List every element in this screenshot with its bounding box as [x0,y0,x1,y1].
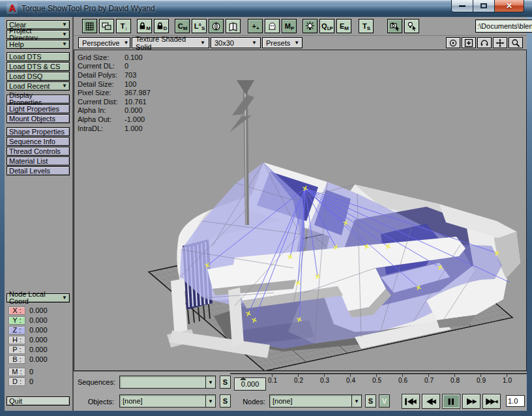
load-recent-dropdown[interactable]: Load Recent▼ [7,82,70,91]
split-screen-button[interactable] [99,19,114,33]
playback-speed-input[interactable] [506,395,525,407]
pause-icon [444,397,458,406]
sequence-info-button[interactable]: Sequence Info [7,137,70,146]
play-forward-button[interactable] [462,394,480,409]
lock-icon [156,22,164,30]
light-lp-button[interactable]: QLP [319,19,334,33]
stat-label: Current DL: [78,62,125,70]
coord-label-d: D : [8,378,25,386]
rotate-icon [480,38,489,48]
collision-mesh-button[interactable]: CM [175,19,190,33]
orbit-tool-button[interactable] [446,37,460,48]
dropdown-arrow-icon: ▼ [62,32,67,37]
timeline-tick: 0.5 [368,377,386,384]
bounds-sphere-button[interactable] [209,19,224,33]
nodes-value: [none] [270,397,351,405]
move-icon [495,38,505,48]
quit-button[interactable]: Quit [7,396,70,406]
titlebar: A Torque ShowTool Pro by David Wyand ✕ [0,0,532,17]
objects-dropdown[interactable]: [none] ▼ [119,394,216,408]
grid-toggle-button[interactable] [82,19,97,33]
go-to-end-button[interactable] [482,394,501,409]
grid-size-dropdown[interactable]: 30x30▼ [211,37,261,48]
pause-button[interactable] [442,394,460,409]
coord-value-x: 0.000 [29,306,48,315]
main-toolbar: T↓ M D CM L°S ++ [74,17,527,36]
ghost-icon [267,22,277,31]
timeline[interactable]: 0.000 0.1 0.2 0.3 0.4 0.5 0.6 0.7 0.8 0.… [230,373,527,391]
camera-pick-button[interactable] [387,19,402,33]
light-on-button[interactable] [303,19,318,33]
timeline-current-value[interactable]: 0.000 [234,378,266,391]
coord-label-m: M : [8,368,25,376]
close-button[interactable]: ✕ [494,0,524,12]
light-properties-button[interactable]: Light Properties [7,104,70,113]
grid-icon [85,22,95,31]
magnifier-icon [511,38,520,48]
go-to-start-button[interactable] [402,394,420,409]
presets-dropdown[interactable]: Presets▼ [262,37,303,48]
zoom-tool-button[interactable] [509,37,523,48]
coord-value-y: 0.000 [29,316,48,325]
lock-icon [139,22,146,30]
dropdown-arrow-icon: ▼ [205,395,215,407]
sequences-s-button[interactable]: S [220,376,231,389]
menu-project-directory[interactable]: Project Directory▼ [7,30,70,39]
nodes-s-button[interactable]: S [365,394,376,408]
file-path-value: :\Documents\blenderstuff/jeep.dts [477,22,532,30]
coord-label-b: B : [8,355,25,364]
client-area: Clear▼ Project Directory▼ Help▼ Load DTS… [5,17,527,411]
material-list-button[interactable]: Material List [7,156,70,166]
view-mode-dropdown[interactable]: Perspective▼ [78,37,130,48]
dump-shape-button[interactable]: T↓ [116,19,131,33]
light-bulb-shining-icon [304,21,316,32]
nodes-dropdown[interactable]: [none] ▼ [269,394,362,408]
pages-button[interactable] [226,19,241,33]
em-button[interactable]: EM [336,19,351,33]
move-tool-button[interactable] [493,37,507,48]
thread-controls-button[interactable]: Thread Controls [7,147,70,156]
node-coord-dropdown[interactable]: Node Local Coord▼ [7,293,70,303]
dropdown-arrow-icon: ▼ [119,40,128,46]
mount-points-button[interactable]: MP [282,19,297,33]
file-path-dropdown[interactable]: :\Documents\blenderstuff/jeep.dts ▼ [475,20,532,33]
ghost-button[interactable] [265,19,280,33]
coord-value-h: 0.000 [29,336,48,344]
load-dsq-button[interactable]: Load DSQ [7,72,70,81]
timeline-tick: 0.1 [263,377,282,384]
stat-value: 703 [125,71,136,79]
maximize-button[interactable] [473,0,495,12]
mount-objects-button[interactable]: Mount Objects [7,114,70,123]
coord-label-p: P : [8,346,25,354]
lock-detail-button[interactable]: D [154,19,169,33]
minimize-button[interactable] [451,0,473,12]
down-arrow-icon: ↓ [125,26,126,31]
shape-properties-button[interactable]: Shape Properties [7,127,70,136]
playhead-caret-icon [240,377,246,380]
sequences-dropdown[interactable]: ▼ [119,376,216,389]
stat-value: 10.761 [125,98,147,106]
coord-label-x: X : [8,306,25,315]
objects-label: Objects: [78,398,114,406]
nodes-v-button[interactable]: V [379,394,390,408]
node-markers-button[interactable]: ++ [248,19,263,33]
light-cursor-icon [407,21,417,31]
light-pick-button[interactable] [404,19,419,33]
load-dts-button[interactable]: Load DTS [7,52,70,61]
menu-help[interactable]: Help▼ [7,40,70,49]
load-dts-cs-button[interactable]: Load DTS & CS [7,62,70,71]
los-collision-button[interactable]: L°S [192,19,207,33]
shading-mode-dropdown[interactable]: Texture Shaded Solid▼ [132,37,209,48]
play-backward-button[interactable] [422,394,440,409]
lock-mesh-button[interactable]: M [137,19,152,33]
rotate-tool-button[interactable] [477,37,492,48]
window-title: Torque ShowTool Pro by David Wyand [22,4,155,13]
objects-s-button[interactable]: S [220,394,231,408]
viewport-3d[interactable]: Grid Size:0.100 Current DL:0 Detail Poly… [74,50,527,371]
ts-button[interactable]: TS [359,19,374,33]
skip-to-start-icon [404,397,418,406]
stat-value: 0.000 [125,106,143,114]
pan-tool-button[interactable] [462,37,476,48]
detail-levels-button[interactable]: Detail Levels [7,166,70,175]
display-properties-button[interactable]: Display Properties [7,95,70,104]
